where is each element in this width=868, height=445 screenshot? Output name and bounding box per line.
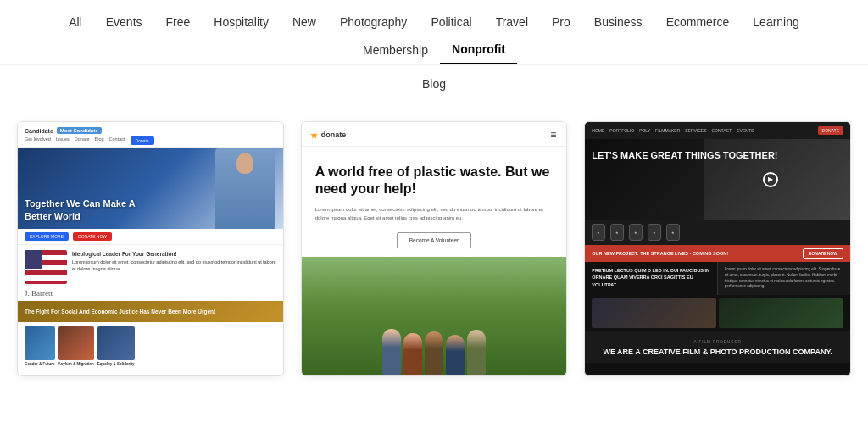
card-grid: Candidate Most Candidate Get Involved Is… <box>0 104 868 393</box>
card1-thumb-2-img <box>58 326 94 360</box>
card3-mid-left-text: PRETIUM LECTUS QUIM D LEO IN. DUI FAUCIB… <box>585 262 717 295</box>
card3-nav-links: HOME PORTFOLIO POLY FILMMAKER SERVICES C… <box>592 128 754 133</box>
card1-explore-button[interactable]: EXPLORE MORE <box>25 232 69 241</box>
card3-award-2: ★ <box>610 224 624 241</box>
card2-body-text: Lorem ipsum dolor sit amet, consectetur … <box>315 206 554 222</box>
card1-donate-button[interactable]: Donate <box>131 136 154 145</box>
card1-thumb-1-img <box>25 326 55 360</box>
card1-bottom-hero: The Fight For Social And Economic Justic… <box>18 301 283 322</box>
card1-nav: Get Involved Issues Donate Blog Contact … <box>25 134 276 147</box>
nav-row-2: Blog <box>0 65 868 104</box>
nav-item-hospitality[interactable]: Hospitality <box>202 8 281 36</box>
card3-award-5: ★ <box>666 224 680 241</box>
card-political: Candidate Most Candidate Get Involved Is… <box>17 121 284 376</box>
card1-thumb-1-label: Gender & Future <box>25 360 55 368</box>
card2-person-2 <box>403 333 422 375</box>
card1-hero: Together We Can Make A Better World <box>18 148 283 229</box>
card3-nav-poly[interactable]: POLY <box>639 128 650 133</box>
card1-thumbnails: Gender & Future Asylum & Migration Equal… <box>18 322 283 373</box>
card2-person-5 <box>467 330 486 375</box>
card3-nav-donate-button[interactable]: DONATE <box>818 126 843 135</box>
card3-thumbnails <box>585 295 850 331</box>
card2-people-group <box>382 329 486 375</box>
card3-thumb-1 <box>592 298 716 328</box>
card2-hero: A world free of plastic waste. But we ne… <box>302 147 567 257</box>
card3-hero-text: LET'S MAKE GREAT THINGS TOGETHER! <box>592 149 777 161</box>
nav-item-ecommerce[interactable]: Ecommerce <box>654 8 742 36</box>
card3-thumb-2 <box>719 298 843 328</box>
card3-nav-contact[interactable]: CONTACT <box>711 128 732 133</box>
card3-award-3: ★ <box>629 224 643 241</box>
card3-banner: OUR NEW PROJECT: THE STRANGE LIVES - COM… <box>585 245 850 262</box>
card1-thumb-3-img <box>97 326 135 360</box>
card1-thumb-2-label: Asylum & Migration <box>58 360 94 368</box>
nav-item-business[interactable]: Business <box>582 8 654 36</box>
card2-headline: A world free of plastic waste. But we ne… <box>315 164 554 197</box>
card3-bottom-headline: WE ARE A CREATIVE FILM & PHOTO PRODUCTIO… <box>592 348 843 358</box>
nav-item-free[interactable]: Free <box>154 8 203 36</box>
card1-thumb-3: Equality & Solidarity <box>97 326 135 368</box>
card-donate: ★ donate ≡ A world free of plastic waste… <box>301 121 568 376</box>
card1-nav-item[interactable]: Issues <box>56 136 70 145</box>
card1-thumb-3-label: Equality & Solidarity <box>97 360 135 368</box>
card2-person-3 <box>425 331 443 375</box>
card1-logo: Candidate Most Candidate <box>25 127 276 134</box>
card1-thumb-2: Asylum & Migration <box>58 326 94 368</box>
card3-nav-events[interactable]: EVENTS <box>737 128 754 133</box>
nav-item-travel[interactable]: Travel <box>484 8 540 36</box>
card1-nav-item[interactable]: Donate <box>75 136 90 145</box>
nav-bar: All Events Free Hospitality New Photogra… <box>0 0 868 104</box>
card3-nav: HOME PORTFOLIO POLY FILMMAKER SERVICES C… <box>585 122 850 139</box>
nav-item-blog[interactable]: Blog <box>410 70 458 97</box>
card1-hero-person-image <box>215 148 275 229</box>
nav-item-new[interactable]: New <box>281 8 328 36</box>
card3-award-4: ★ <box>648 224 661 241</box>
card3-awards: ★ ★ ★ ★ ★ <box>585 220 850 245</box>
card3-nav-services[interactable]: SERVICES <box>685 128 706 133</box>
card1-mid-section: Ideological Leader For Your Generation! … <box>18 244 283 289</box>
card1-hero-text: Together We Can Make A Better World <box>25 197 163 222</box>
card1-nav-item[interactable]: Get Involved <box>25 136 51 145</box>
nav-item-pro[interactable]: Pro <box>540 8 582 36</box>
card1-mid-text: Ideological Leader For Your Generation! … <box>72 250 276 284</box>
nav-item-all[interactable]: All <box>57 8 94 36</box>
card3-play-button[interactable]: ▶ <box>763 172 778 187</box>
card1-nav-item[interactable]: Blog <box>95 136 104 145</box>
card3-nav-home[interactable]: HOME <box>592 128 604 133</box>
card2-people-image <box>302 257 567 375</box>
card3-nav-filmmaker[interactable]: FILMMAKER <box>655 128 680 133</box>
card3-banner-text: OUR NEW PROJECT: THE STRANGE LIVES - COM… <box>592 251 728 256</box>
card1-flag-image <box>25 250 67 284</box>
card3-award-1: ★ <box>592 224 605 241</box>
card3-banner-donate-button[interactable]: DONATE NOW <box>803 248 843 259</box>
nav-item-political[interactable]: Political <box>419 8 483 36</box>
card1-nav-item[interactable]: Contact <box>109 136 125 145</box>
card1-cta-row: EXPLORE MORE DONATE NOW <box>18 229 283 244</box>
card2-person-1 <box>382 329 401 375</box>
card3-bottom-section: A FILM PRODUCER WE ARE A CREATIVE FILM &… <box>585 331 850 363</box>
card2-star-icon: ★ <box>310 131 318 140</box>
card2-volunteer-button[interactable]: Become A Volunteer <box>397 232 472 248</box>
card1-thumb-1: Gender & Future <box>25 326 55 368</box>
nav-row-1: All Events Free Hospitality New Photogra… <box>0 0 868 65</box>
nav-item-events[interactable]: Events <box>94 8 154 36</box>
card3-mid-right-text: Lorem ipsum dolor sit amet, consectetur … <box>718 262 850 295</box>
card3-hero: LET'S MAKE GREAT THINGS TOGETHER! ▶ <box>585 139 850 220</box>
nav-item-learning[interactable]: Learning <box>741 8 811 36</box>
nav-item-nonprofit[interactable]: Nonprofit <box>440 36 517 64</box>
card3-bottom-label: A FILM PRODUCER <box>592 340 843 344</box>
card3-nav-portfolio[interactable]: PORTFOLIO <box>609 128 634 133</box>
nav-item-membership[interactable]: Membership <box>351 36 440 64</box>
card2-menu-icon[interactable]: ≡ <box>550 129 558 141</box>
card2-logo: ★ donate <box>310 131 347 140</box>
card1-header: Candidate Most Candidate Get Involved Is… <box>18 122 283 148</box>
card1-signature: J. Barrett <box>18 289 283 301</box>
nav-item-photography[interactable]: Photography <box>328 8 419 36</box>
card2-person-4 <box>446 335 465 375</box>
card1-donatecta-button[interactable]: DONATE NOW <box>73 232 112 241</box>
card3-mid-section: PRETIUM LECTUS QUIM D LEO IN. DUI FAUCIB… <box>585 262 850 295</box>
card-film: HOME PORTFOLIO POLY FILMMAKER SERVICES C… <box>584 121 851 376</box>
card2-header: ★ donate ≡ <box>302 122 567 147</box>
